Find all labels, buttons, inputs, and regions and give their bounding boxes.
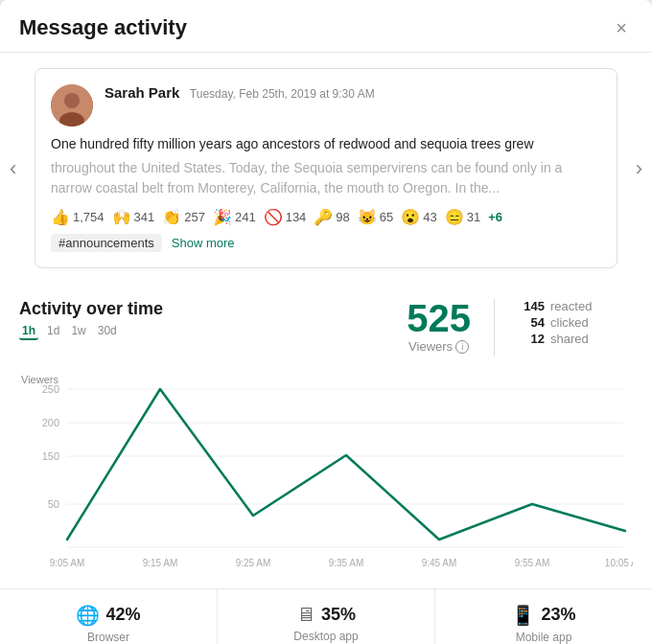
svg-text:50: 50: [48, 498, 59, 510]
footer-icon: 🖥: [296, 604, 315, 626]
svg-point-1: [64, 93, 80, 108]
reaction-item[interactable]: 😺65: [358, 208, 393, 226]
footer-label: Mobile app: [516, 631, 572, 644]
reaction-count: 98: [336, 210, 349, 224]
modal: Message activity × ‹ Sarah Park: [0, 0, 652, 644]
svg-text:9:25 AM: 9:25 AM: [236, 558, 271, 568]
modal-header: Message activity ×: [0, 0, 652, 53]
activity-right: 525 Viewers i 145reacted54clicked12share…: [407, 299, 633, 356]
message-text-bold: One hundred fifty million years ago ance…: [51, 134, 601, 154]
reaction-emoji: 🙌: [112, 208, 131, 226]
time-filter-30d[interactable]: 30d: [95, 323, 120, 340]
footer-label: Desktop app: [293, 630, 358, 643]
activity-section: Activity over time 1h1d1w30d 525 Viewers…: [0, 284, 652, 362]
footer-item-desktop-app: 🖥 35% Desktop app: [218, 589, 435, 644]
reaction-emoji: 🎉: [213, 208, 232, 226]
activity-title: Activity over time: [19, 299, 163, 319]
stat-num: 54: [518, 315, 545, 330]
stats-block: 145reacted54clicked12shared: [518, 299, 633, 346]
stat-row: 12shared: [518, 332, 633, 346]
reaction-item[interactable]: 🔑98: [314, 208, 349, 226]
close-button[interactable]: ×: [610, 16, 633, 39]
reaction-emoji: 😮: [401, 208, 420, 226]
avatar-image: [51, 84, 93, 126]
footer-icon: 🌐: [76, 604, 100, 627]
stat-label: reacted: [550, 299, 592, 313]
author-name: Sarah Park: [105, 84, 179, 101]
channel-tag: #announcements: [51, 234, 162, 252]
activity-left: Activity over time 1h1d1w30d: [19, 299, 163, 340]
stat-label: shared: [550, 332, 589, 346]
viewers-block: 525 Viewers i: [407, 299, 471, 354]
message-card: Sarah Park Tuesday, Feb 25th, 2019 at 9:…: [35, 68, 617, 268]
footer-pct: 35%: [321, 605, 356, 625]
chart-svg: 250 200 150 50 9:05 AM 9:15 AM 9:25 AM 9…: [19, 370, 633, 581]
reaction-count: 241: [235, 210, 256, 224]
reaction-count: 31: [467, 210, 480, 224]
reaction-count: 43: [423, 210, 436, 224]
time-filters: 1h1d1w30d: [19, 323, 163, 340]
footer-pct: 23%: [541, 605, 575, 625]
reaction-item[interactable]: 🎉241: [213, 208, 256, 226]
info-icon[interactable]: i: [455, 340, 469, 354]
reaction-count: 341: [134, 210, 155, 224]
svg-text:150: 150: [42, 450, 59, 462]
reaction-item[interactable]: 👏257: [162, 208, 205, 226]
time-filter-1w[interactable]: 1w: [68, 323, 88, 340]
chart-container: Viewers 250 200 150 50 9:05 AM 9:15 AM 9…: [0, 370, 652, 581]
avatar-svg: [51, 84, 93, 126]
footer-icon: 📱: [511, 604, 535, 627]
next-arrow[interactable]: ›: [632, 152, 646, 185]
reaction-emoji: 😑: [445, 208, 464, 226]
chart-y-label: Viewers: [21, 374, 58, 385]
svg-text:9:35 AM: 9:35 AM: [329, 558, 364, 568]
stat-num: 12: [518, 332, 545, 346]
reaction-emoji: 😺: [358, 208, 377, 226]
viewers-count: 525: [407, 299, 471, 337]
svg-text:9:55 AM: 9:55 AM: [515, 558, 550, 568]
reaction-count: 1,754: [73, 210, 105, 224]
prev-arrow[interactable]: ‹: [6, 152, 20, 185]
reaction-emoji: 🚫: [264, 208, 283, 226]
svg-text:10:05 AM: 10:05 AM: [605, 558, 633, 568]
reaction-item[interactable]: 😑31: [445, 208, 480, 226]
stats-divider: [494, 299, 495, 356]
message-meta: Sarah Park Tuesday, Feb 25th, 2019 at 9:…: [51, 84, 601, 126]
reactions-row: 👍1,754🙌341👏257🎉241🚫134🔑98😺65😮43😑31+6: [51, 208, 601, 226]
svg-text:9:05 AM: 9:05 AM: [50, 558, 85, 568]
reaction-count: 134: [286, 210, 307, 224]
stat-label: clicked: [550, 315, 589, 330]
message-card-wrapper: ‹ Sarah Park Tuesday, Feb 25th, 2019 at …: [0, 53, 652, 284]
more-reactions[interactable]: +6: [488, 210, 502, 224]
reaction-emoji: 👏: [162, 208, 181, 226]
reaction-count: 257: [184, 210, 205, 224]
stat-row: 145reacted: [518, 299, 633, 313]
show-more-button[interactable]: Show more: [172, 236, 235, 250]
footer-label: Browser: [87, 631, 129, 644]
activity-header: Activity over time 1h1d1w30d 525 Viewers…: [19, 299, 633, 356]
reaction-item[interactable]: 🙌341: [112, 208, 155, 226]
stat-row: 54clicked: [518, 315, 633, 330]
author-block: Sarah Park Tuesday, Feb 25th, 2019 at 9:…: [105, 84, 375, 102]
modal-title: Message activity: [19, 15, 187, 40]
svg-text:9:15 AM: 9:15 AM: [143, 558, 178, 568]
message-date: Tuesday, Feb 25th, 2019 at 9:30 AM: [190, 87, 375, 101]
reaction-emoji: 👍: [51, 208, 70, 226]
footer-item-mobile-app: 📱 23% Mobile app: [435, 589, 652, 644]
time-filter-1h[interactable]: 1h: [19, 323, 38, 340]
viewers-label: Viewers i: [407, 339, 471, 354]
avatar: [51, 84, 93, 126]
stat-num: 145: [518, 299, 545, 313]
reaction-item[interactable]: 😮43: [401, 208, 436, 226]
svg-text:200: 200: [42, 417, 59, 428]
reaction-item[interactable]: 👍1,754: [51, 208, 105, 226]
reaction-item[interactable]: 🚫134: [264, 208, 307, 226]
footer-item-browser: 🌐 42% Browser: [0, 589, 218, 644]
reaction-count: 65: [380, 210, 393, 224]
time-filter-1d[interactable]: 1d: [44, 323, 62, 340]
svg-text:9:45 AM: 9:45 AM: [422, 558, 457, 568]
tags-row: #announcements Show more: [51, 234, 601, 252]
footer: 🌐 42% Browser 🖥 35% Desktop app 📱 23% Mo…: [0, 588, 652, 644]
message-text-faded: throughout the United States. Today, the…: [51, 158, 601, 198]
footer-pct: 42%: [105, 605, 140, 625]
